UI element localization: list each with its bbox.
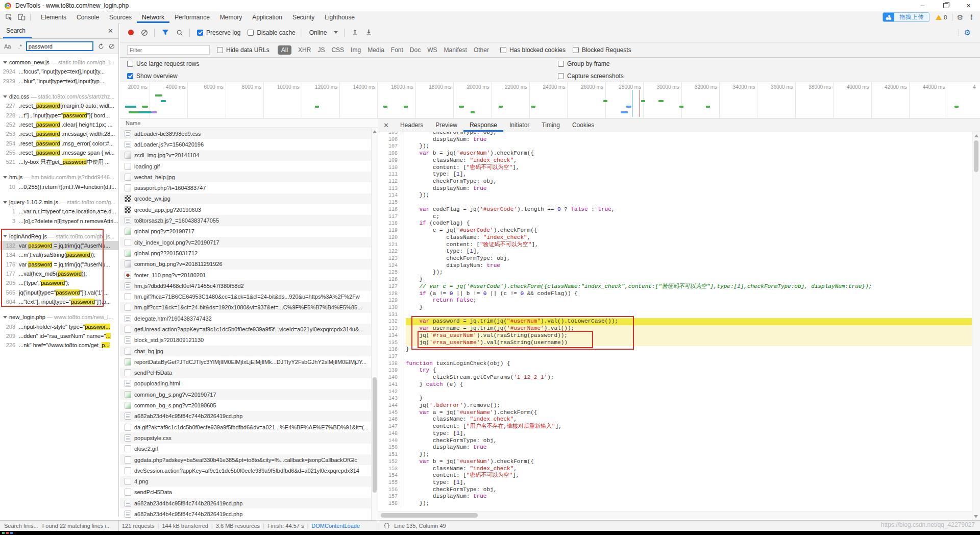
- gutter-line-number[interactable]: 133: [378, 325, 401, 332]
- gutter-line-number[interactable]: 106: [378, 136, 401, 143]
- blocked-requests-checkbox[interactable]: Blocked Requests: [573, 46, 631, 54]
- request-row[interactable]: chat_bg.jpg: [120, 346, 378, 356]
- request-row[interactable]: popuploading.html: [120, 378, 378, 389]
- search-result-line[interactable]: 134...m').val(rsaString(password));: [0, 250, 118, 259]
- gutter-line-number[interactable]: 120: [378, 234, 401, 241]
- request-row[interactable]: getUnread.action?appKey=af9c1c1dc5b0f0ec…: [120, 324, 378, 334]
- close-button[interactable]: ✕: [957, 0, 980, 11]
- filter-type-js[interactable]: JS: [317, 46, 325, 54]
- search-result-file[interactable]: new_login.php — www.to8to.com/new_l...: [0, 312, 118, 322]
- request-row[interactable]: sendPcH5Data: [120, 368, 378, 378]
- code-horizontal-scrollbar[interactable]: [378, 512, 972, 519]
- search-result-line[interactable]: 227.reset_password{margin:0 auto; widt..…: [0, 101, 118, 110]
- netdisk-extension-button[interactable]: 拖拽上传: [883, 12, 929, 22]
- gutter-line-number[interactable]: 138: [378, 360, 401, 368]
- request-row[interactable]: a682ab23d4b4c95f84c744b2826419cd.php: [120, 411, 378, 422]
- gutter-line-number[interactable]: 141: [378, 381, 401, 388]
- gutter-line-number[interactable]: 154: [378, 472, 401, 479]
- devtools-tab-network[interactable]: Network: [137, 11, 169, 23]
- gutter-line-number[interactable]: 148: [378, 430, 401, 437]
- gutter-line-number[interactable]: 108: [378, 150, 401, 157]
- search-result-line[interactable]: 208...nput-holder-style" type="passwor..…: [0, 322, 118, 331]
- gutter-line-number[interactable]: 147: [378, 423, 401, 430]
- search-result-line[interactable]: 132var password = jq.trim(jq("#userNu...: [0, 241, 118, 250]
- gutter-line-number[interactable]: 125: [378, 269, 401, 276]
- filter-input[interactable]: [127, 45, 210, 55]
- inspect-element-icon[interactable]: [5, 13, 13, 21]
- record-network-log-icon[interactable]: [128, 30, 134, 35]
- request-row[interactable]: hm.gif?hca=71B6CE64953C1480&cc=1&ck=1&cl…: [120, 291, 378, 302]
- gutter-line-number[interactable]: 115: [378, 199, 401, 206]
- pretty-print-icon[interactable]: {}: [383, 523, 390, 529]
- request-row[interactable]: block_std.js?201809121130: [120, 335, 378, 346]
- scrollbar-thumb[interactable]: [974, 140, 978, 172]
- filter-type-xhr[interactable]: XHR: [298, 46, 311, 54]
- gutter-line-number[interactable]: 121: [378, 241, 401, 249]
- details-tab-initiator[interactable]: Initiator: [503, 118, 535, 132]
- gutter-line-number[interactable]: 109: [378, 157, 401, 164]
- details-tab-cookies[interactable]: Cookies: [566, 118, 600, 132]
- details-tab-preview[interactable]: Preview: [429, 118, 463, 132]
- details-tab-timing[interactable]: Timing: [535, 118, 566, 132]
- request-row[interactable]: qrcode_wx.jpg: [120, 193, 378, 204]
- gutter-line-number[interactable]: 119: [378, 227, 401, 234]
- search-result-file[interactable]: jquery-1.10.2.min.js — static.to8to.com/…: [0, 198, 118, 207]
- clear-search-icon[interactable]: [109, 43, 115, 50]
- scroll-up-icon[interactable]: [373, 130, 377, 133]
- show-overview-checkbox[interactable]: Show overview: [127, 72, 178, 80]
- request-row[interactable]: reportDataByGet?JTdCJTIyc3YlMjIlM0ElMjIx…: [120, 356, 378, 367]
- gutter-line-number[interactable]: 105: [378, 132, 401, 136]
- gutter-line-number[interactable]: 131: [378, 311, 401, 319]
- refresh-search-icon[interactable]: [98, 43, 104, 50]
- request-row[interactable]: passport.php?t=1604383747: [120, 182, 378, 193]
- search-result-line[interactable]: 205...('type','password');: [0, 278, 118, 287]
- devtools-tab-performance[interactable]: Performance: [169, 11, 215, 23]
- request-row[interactable]: ggdata.php?adskey=ba5eaf330b41e385&pt=to…: [120, 454, 378, 465]
- request-row[interactable]: global.png?v=20190717: [120, 226, 378, 237]
- network-settings-gear-icon[interactable]: ⚙: [964, 28, 971, 37]
- request-row[interactable]: global.png??2015031712: [120, 248, 378, 258]
- scrollbar-thumb[interactable]: [373, 377, 377, 493]
- code-vertical-scrollbar[interactable]: [972, 132, 980, 520]
- gutter-line-number[interactable]: 146: [378, 416, 401, 423]
- search-result-line[interactable]: 3...[o],c?delete n[l]:typeof n.removeAtt…: [0, 216, 118, 225]
- gutter-line-number[interactable]: 134: [378, 332, 401, 339]
- search-result-line[interactable]: 255.reset_password .message span { wi...: [0, 148, 118, 157]
- gutter-line-number[interactable]: 112: [378, 178, 401, 185]
- request-row[interactable]: delegate.html?1604383747432: [120, 313, 378, 324]
- gutter-line-number[interactable]: 126: [378, 276, 401, 283]
- hide-data-urls-checkbox[interactable]: Hide data URLs: [217, 46, 270, 54]
- minimize-button[interactable]: ─: [911, 0, 934, 11]
- gutter-line-number[interactable]: 117: [378, 213, 401, 221]
- filter-type-css[interactable]: CSS: [331, 46, 344, 54]
- console-warning-badge[interactable]: 8: [936, 14, 947, 20]
- match-case-button[interactable]: Aa: [4, 43, 11, 50]
- search-tab[interactable]: Search: [6, 27, 26, 34]
- settings-gear-icon[interactable]: ⚙: [957, 13, 963, 21]
- search-result-file[interactable]: loginAndReg.js — static.to8to.com/gb_js.…: [0, 232, 118, 241]
- group-by-frame-checkbox[interactable]: Group by frame: [558, 60, 609, 67]
- gutter-line-number[interactable]: 136: [378, 346, 401, 353]
- gutter-line-number[interactable]: 145: [378, 409, 401, 417]
- throttling-dropdown[interactable]: Online: [309, 29, 338, 36]
- request-row[interactable]: common_bg.png?v=201811291926: [120, 259, 378, 270]
- filter-type-img[interactable]: Img: [351, 46, 361, 54]
- gutter-line-number[interactable]: 144: [378, 402, 401, 409]
- more-menu-icon[interactable]: ⋮: [968, 13, 975, 21]
- gutter-line-number[interactable]: 129: [378, 297, 401, 304]
- scrollbar-thumb[interactable]: [381, 513, 478, 518]
- filter-type-all[interactable]: All: [278, 45, 291, 55]
- search-result-line[interactable]: 2929...blur","input[type=text],input[typ…: [0, 77, 118, 86]
- import-har-icon[interactable]: [352, 29, 358, 36]
- request-row[interactable]: to8torsaszb.js?_=1604383747055: [120, 215, 378, 226]
- request-row[interactable]: common_bg_s.png?v=20190717: [120, 389, 378, 400]
- close-details-icon[interactable]: ✕: [383, 121, 389, 129]
- gutter-line-number[interactable]: 135: [378, 339, 401, 347]
- search-result-file[interactable]: common_new.js — static.to8to.com/gb_j...: [0, 58, 118, 67]
- gutter-line-number[interactable]: 114: [378, 192, 401, 199]
- search-result-line[interactable]: 2924...focus","input[type=text],input[ty…: [0, 67, 118, 76]
- search-result-line[interactable]: 228...t"] , input[type="password"]{ bord…: [0, 110, 118, 119]
- request-row[interactable]: footer_110.png?v=20180201: [120, 270, 378, 280]
- devtools-tab-security[interactable]: Security: [287, 11, 320, 23]
- devtools-tab-sources[interactable]: Sources: [104, 11, 137, 23]
